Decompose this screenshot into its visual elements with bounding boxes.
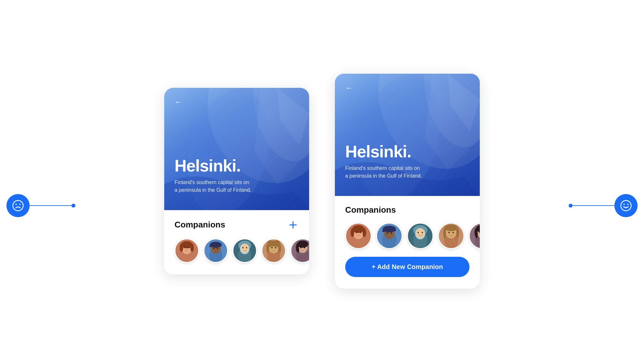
- svg-point-85: [452, 232, 454, 233]
- hero-title-left: Helsinki.: [175, 157, 251, 175]
- sad-face-annotation: [6, 194, 30, 217]
- svg-point-81: [445, 224, 458, 231]
- avatar-5-right[interactable]: [469, 223, 480, 249]
- back-button-left[interactable]: ←: [173, 97, 184, 107]
- svg-point-40: [275, 240, 280, 247]
- svg-point-53: [415, 74, 480, 153]
- annotation-line-right: [573, 205, 614, 206]
- hero-text-left: Helsinki. Finland's southern capital sit…: [175, 157, 251, 194]
- svg-rect-23: [209, 246, 212, 247]
- avatars-row-right: [345, 223, 469, 249]
- annotation-dot-left: [71, 204, 75, 208]
- svg-point-5: [245, 88, 309, 167]
- annotation-dot-right: [569, 204, 573, 208]
- svg-point-15: [190, 243, 194, 252]
- add-companion-button[interactable]: + Add New Companion: [345, 257, 469, 277]
- svg-point-60: [363, 228, 366, 237]
- hero-subtitle-right: Finland's southern capital sits ona peni…: [345, 164, 422, 180]
- svg-rect-68: [382, 231, 385, 232]
- companions-header-left: Companions: [175, 219, 299, 231]
- svg-point-84: [448, 232, 450, 233]
- svg-point-62: [360, 231, 361, 233]
- companions-title-left: Companions: [175, 220, 225, 230]
- card-before: ← Helsinki. Finland's southern capital s…: [164, 88, 309, 274]
- avatar-5-left[interactable]: [290, 238, 309, 263]
- svg-point-2: [19, 204, 21, 205]
- card-body-right: Companions: [335, 196, 480, 289]
- avatar-2-right[interactable]: [376, 223, 402, 249]
- svg-point-48: [297, 247, 299, 253]
- svg-point-94: [621, 200, 631, 211]
- svg-point-76: [418, 232, 419, 233]
- svg-point-1: [15, 204, 17, 205]
- svg-point-31: [242, 247, 244, 248]
- svg-point-61: [355, 231, 357, 233]
- svg-point-16: [184, 246, 186, 248]
- hero-title-right: Helsinki.: [345, 143, 422, 161]
- svg-point-39: [268, 240, 272, 247]
- back-button-right[interactable]: ←: [344, 83, 354, 93]
- svg-point-24: [213, 247, 215, 249]
- annotation-line-left: [30, 205, 71, 206]
- card-hero-right: ← Helsinki. Finland's southern capital s…: [335, 74, 480, 196]
- add-companion-icon-left[interactable]: [287, 219, 299, 231]
- avatar-4-left[interactable]: [261, 238, 286, 263]
- card-after: ← Helsinki. Finland's southern capital s…: [335, 74, 480, 289]
- avatar-1-left[interactable]: [175, 238, 199, 263]
- svg-point-69: [386, 232, 388, 234]
- avatar-4-right[interactable]: [438, 223, 464, 249]
- companions-header-right: Companions: [345, 205, 469, 215]
- svg-point-75: [416, 228, 425, 238]
- svg-point-0: [13, 200, 23, 211]
- happy-face-annotation: [614, 194, 638, 217]
- cards-comparison: ← Helsinki. Finland's southern capital s…: [164, 74, 480, 289]
- svg-point-42: [275, 247, 276, 248]
- svg-point-77: [422, 232, 423, 233]
- svg-point-30: [241, 243, 249, 253]
- avatar-1-right[interactable]: [345, 223, 372, 249]
- svg-point-32: [246, 247, 247, 248]
- avatar-3-left[interactable]: [232, 238, 257, 263]
- avatar-2-left[interactable]: [204, 238, 228, 263]
- svg-point-17: [188, 246, 189, 248]
- svg-point-83: [456, 228, 459, 238]
- companions-title-right: Companions: [345, 205, 396, 215]
- card-body-left: Companions: [164, 210, 309, 274]
- svg-point-95: [623, 204, 625, 205]
- svg-rect-22: [210, 245, 222, 246]
- svg-point-82: [443, 228, 446, 238]
- avatar-3-right[interactable]: [407, 223, 433, 249]
- svg-point-96: [627, 204, 629, 205]
- card-hero-left: ← Helsinki. Finland's southern capital s…: [164, 88, 309, 210]
- svg-point-70: [391, 232, 392, 234]
- svg-point-49: [300, 246, 302, 248]
- svg-point-91: [476, 232, 478, 238]
- svg-point-59: [351, 228, 354, 237]
- hero-text-right: Helsinki. Finland's southern capital sit…: [345, 143, 422, 180]
- svg-point-14: [180, 243, 183, 252]
- svg-point-25: [217, 247, 218, 249]
- svg-point-58: [352, 225, 364, 233]
- svg-point-50: [304, 246, 305, 248]
- avatars-row-left: [175, 238, 299, 263]
- hero-subtitle-left: Finland's southern capital sits ona peni…: [175, 179, 251, 194]
- svg-point-41: [271, 247, 273, 248]
